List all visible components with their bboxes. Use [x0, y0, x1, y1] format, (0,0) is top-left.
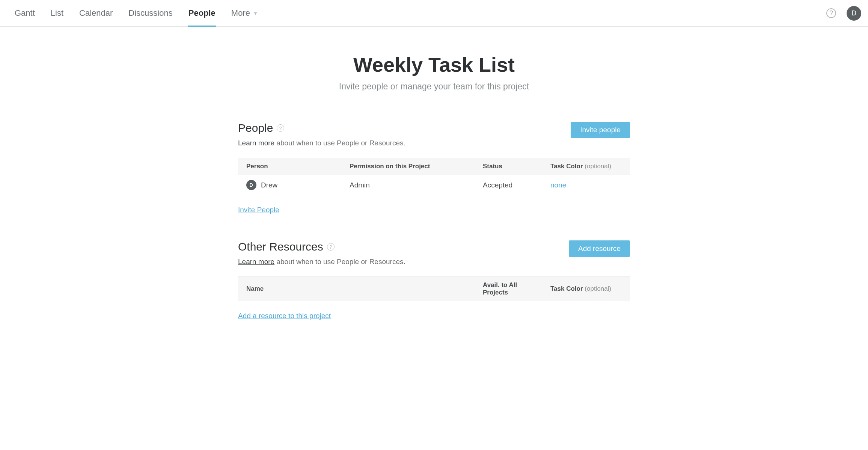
tab-more[interactable]: More ▼: [223, 0, 266, 26]
col-task-color: Task Color (optional): [542, 277, 630, 301]
col-task-color: Task Color (optional): [542, 158, 630, 175]
people-footer: Invite People: [238, 206, 630, 214]
col-status: Status: [475, 158, 542, 175]
learn-more-link[interactable]: Learn more: [238, 258, 274, 266]
page-subtitle: Invite people or manage your team for th…: [238, 82, 630, 92]
permission-cell: Admin: [341, 175, 475, 195]
people-section: People ? Learn more about when to use Pe…: [238, 122, 630, 214]
tab-label: Discussions: [128, 8, 172, 18]
main-content: Weekly Task List Invite people or manage…: [238, 27, 630, 320]
tab-label: Calendar: [79, 8, 113, 18]
people-section-header: People ? Learn more about when to use Pe…: [238, 122, 630, 147]
tab-calendar[interactable]: Calendar: [71, 0, 121, 26]
person-name: Drew: [261, 181, 277, 189]
col-person: Person: [238, 158, 341, 175]
col-permission: Permission on this Project: [341, 158, 475, 175]
invite-people-button[interactable]: Invite people: [571, 122, 630, 138]
tab-list[interactable]: List: [43, 0, 71, 26]
page-title: Weekly Task List: [238, 53, 630, 76]
person-cell: D Drew: [238, 175, 341, 195]
desc-text: about when to use People or Resources.: [274, 139, 405, 147]
resources-table: Name Avail. to All Projects Task Color (…: [238, 276, 630, 301]
add-resource-link[interactable]: Add a resource to this project: [238, 312, 331, 320]
col-optional: (optional): [585, 285, 611, 292]
tab-people[interactable]: People: [181, 0, 223, 26]
col-label: Task Color: [550, 285, 583, 292]
top-nav-bar: Gantt List Calendar Discussions People M…: [0, 0, 868, 27]
col-name: Name: [238, 277, 475, 301]
resources-section-desc: Learn more about when to use People or R…: [238, 258, 405, 266]
avatar-initial: D: [250, 182, 253, 188]
learn-more-link[interactable]: Learn more: [238, 139, 274, 147]
tab-label: People: [188, 8, 215, 18]
user-avatar[interactable]: D: [847, 6, 861, 21]
tab-label: List: [51, 8, 63, 18]
resources-section-title: Other Resources: [238, 240, 323, 253]
people-section-title: People: [238, 122, 273, 134]
resources-section-header: Other Resources ? Learn more about when …: [238, 240, 630, 266]
avatar-initial: D: [851, 9, 856, 17]
task-color-cell: none: [542, 175, 630, 195]
help-icon[interactable]: ?: [826, 8, 836, 18]
invite-people-link[interactable]: Invite People: [238, 206, 279, 214]
col-label: Task Color: [550, 163, 583, 170]
task-color-link[interactable]: none: [550, 181, 566, 189]
resources-footer: Add a resource to this project: [238, 312, 630, 320]
people-table: Person Permission on this Project Status…: [238, 158, 630, 195]
col-optional: (optional): [585, 163, 611, 170]
tab-discussions[interactable]: Discussions: [121, 0, 180, 26]
col-avail: Avail. to All Projects: [475, 277, 542, 301]
resources-section: Other Resources ? Learn more about when …: [238, 240, 630, 320]
question-icon[interactable]: ?: [277, 124, 284, 132]
status-cell: Accepted: [475, 175, 542, 195]
topbar-right: ? D: [826, 6, 861, 21]
nav-tabs: Gantt List Calendar Discussions People M…: [7, 0, 266, 26]
tab-label: More: [231, 8, 250, 18]
desc-text: about when to use People or Resources.: [274, 258, 405, 266]
question-icon[interactable]: ?: [327, 243, 335, 251]
tab-label: Gantt: [15, 8, 35, 18]
people-section-desc: Learn more about when to use People or R…: [238, 139, 405, 147]
tab-gantt[interactable]: Gantt: [7, 0, 43, 26]
person-avatar: D: [246, 180, 256, 190]
table-row: D Drew Admin Accepted none: [238, 175, 630, 195]
add-resource-button[interactable]: Add resource: [569, 240, 630, 257]
chevron-down-icon: ▼: [253, 11, 258, 16]
